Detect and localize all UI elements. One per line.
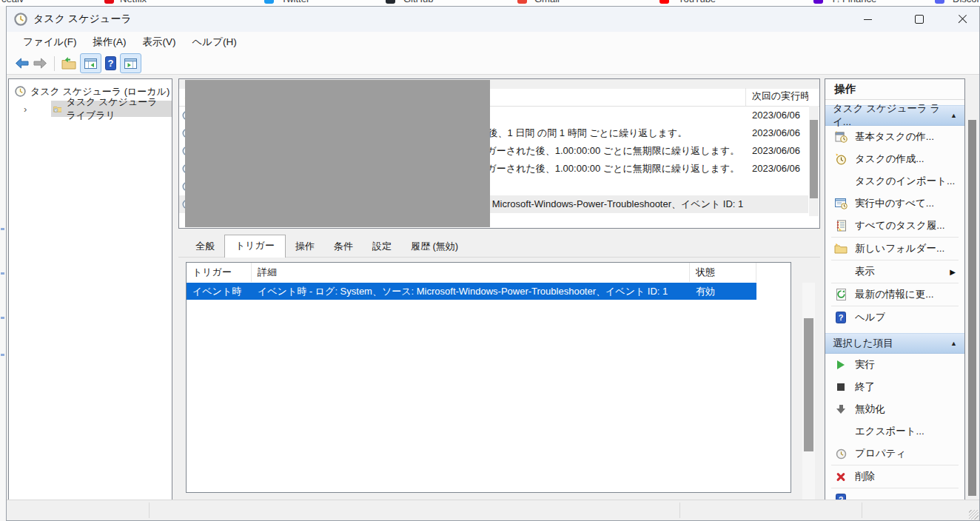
action-end[interactable]: 終了 (825, 376, 964, 398)
tab-actions[interactable]: 操作 (286, 237, 324, 257)
status-bar (7, 500, 979, 520)
maximize-icon (915, 15, 924, 24)
menu-view[interactable]: 表示(V) (135, 36, 184, 49)
tab-triggers[interactable]: トリガー (224, 235, 286, 258)
tree-item-task-scheduler-library[interactable]: タスク スケジューラ ライブラリ (51, 101, 172, 117)
menu-bar: ファイル(F) 操作(A) 表示(V) ヘルプ(H) (7, 32, 979, 53)
tab-content: トリガー 詳細 状態 イベント時 イベント時 - ログ: System、ソース:… (178, 257, 820, 500)
tree-item-label: タスク スケジューラ ライブラリ (66, 95, 167, 122)
collapse-arrow-icon[interactable]: ▲ (950, 112, 957, 119)
column-header-trigger[interactable]: トリガー (187, 263, 252, 282)
run-icon (833, 360, 848, 369)
section-header-library[interactable]: タスク スケジューラ ライ... ▲ (825, 105, 964, 126)
actions-pane: 操作 タスク スケジューラ ライ... ▲ 基本タスクの作... タスクの作成.… (825, 78, 965, 502)
menu-file[interactable]: ファイル(F) (15, 36, 85, 49)
column-header-status[interactable]: 状態 (690, 263, 756, 282)
action-label: 終了 (855, 380, 875, 394)
scrollbar-thumb[interactable] (804, 318, 813, 451)
action-label: エクスポート... (855, 425, 924, 438)
trigger-type: イベント時 (192, 283, 252, 300)
bookmark-item[interactable]: ceaiv (1, 0, 24, 4)
menu-help[interactable]: ヘルプ(H) (184, 36, 245, 49)
tab-history[interactable]: 履歴 (無効) (401, 237, 468, 257)
resize-grip[interactable] (969, 510, 979, 520)
action-label: プロパティ (855, 447, 906, 460)
action-label: 無効化 (855, 403, 885, 416)
menu-action[interactable]: 操作(A) (85, 36, 135, 49)
back-button[interactable] (13, 54, 31, 73)
bookmark-item[interactable]: Gmail (534, 0, 560, 4)
action-create-task[interactable]: タスクの作成... (825, 148, 964, 170)
tab-conditions[interactable]: 条件 (324, 237, 363, 257)
task-next-run: 2023/06/06 (752, 107, 808, 124)
column-header-detail[interactable]: 詳細 (252, 263, 690, 282)
scrollbar-thumb[interactable] (968, 120, 976, 496)
action-label: すべてのタスク履... (855, 219, 944, 232)
task-next-run (752, 178, 808, 195)
console-tree-toggle-button[interactable] (80, 53, 101, 73)
youtube-icon (660, 0, 669, 4)
action-pane-toggle-button[interactable] (120, 53, 141, 73)
action-export[interactable]: エクスポート... (825, 420, 964, 443)
help-icon: ? (105, 56, 116, 70)
action-create-basic-task[interactable]: 基本タスクの作... (825, 126, 964, 148)
action-refresh[interactable]: 最新の情報に更... (825, 283, 964, 306)
action-label: 基本タスクの作... (855, 130, 934, 144)
action-properties[interactable]: プロパティ (825, 443, 964, 465)
action-disable[interactable]: 無効化 (825, 398, 964, 420)
task-scheduler-window: タスク スケジューラ ファイル(F) 操作(A) 表示(V) ヘルプ(H) (6, 6, 980, 521)
running-tasks-icon (833, 198, 848, 209)
clock-icon (15, 86, 26, 97)
refresh-icon (833, 289, 848, 300)
action-label: タスクのインポート... (855, 175, 955, 188)
action-label: 削除 (855, 470, 875, 483)
action-delete[interactable]: 削除 (825, 465, 964, 488)
bookmark-item[interactable]: Y! Finance (830, 0, 876, 4)
forward-button[interactable] (31, 54, 50, 73)
help-button[interactable]: ? (103, 54, 118, 73)
trigger-row-selected[interactable]: イベント時 イベント時 - ログ: System、ソース: Microsoft-… (187, 283, 756, 300)
action-label: 新しいフォルダー... (855, 242, 944, 255)
bookmark-item[interactable]: GitHub (403, 0, 433, 4)
maximize-button[interactable] (902, 7, 936, 32)
background-page-sliver (0, 6, 6, 521)
folder-clock-icon (53, 104, 62, 114)
actions-pane-scrollbar[interactable] (967, 78, 978, 502)
tree-expand-chevron[interactable]: › (22, 104, 29, 115)
task-list-vertical-scrollbar[interactable] (809, 106, 819, 216)
minimize-button[interactable] (850, 7, 885, 32)
scrollbar-thumb[interactable] (185, 80, 490, 227)
bookmark-item[interactable]: Netflix (120, 0, 147, 4)
task-next-run: 2023/06/06 (752, 160, 808, 178)
console-tree-icon (84, 58, 97, 69)
caption-buttons (850, 7, 979, 32)
collapse-arrow-icon[interactable]: ▲ (950, 340, 957, 347)
task-next-run: 2023/06/06 (752, 124, 808, 142)
close-button[interactable] (945, 7, 979, 32)
trigger-detail: イベント時 - ログ: System、ソース: Microsoft-Window… (258, 283, 687, 300)
disable-icon (833, 405, 848, 414)
column-header-next-run[interactable]: 次回の実行時刻 (746, 88, 808, 106)
section-header-label: タスク スケジューラ ライ... (833, 102, 950, 129)
bookmark-item[interactable]: Twitter (281, 0, 309, 4)
scrollbar-thumb[interactable] (810, 120, 818, 198)
action-import-task[interactable]: タスクのインポート... (825, 170, 964, 192)
bookmark-item[interactable]: YouTube (678, 0, 716, 4)
tab-general[interactable]: 全般 (186, 237, 224, 257)
basic-task-icon (833, 131, 848, 143)
action-help[interactable]: ? ヘルプ (825, 306, 964, 329)
import-task-button[interactable] (59, 54, 78, 73)
bookmark-item[interactable]: Discord (953, 0, 980, 4)
action-display-running-tasks[interactable]: 実行中のすべて... (825, 192, 964, 215)
action-view[interactable]: 表示 ▶ (825, 260, 964, 283)
action-enable-all-task-history[interactable]: すべてのタスク履... (825, 215, 964, 237)
detail-tabs: 全般 トリガー 操作 条件 設定 履歴 (無効) (178, 236, 820, 257)
section-header-label: 選択した項目 (833, 337, 893, 350)
tab-settings[interactable]: 設定 (363, 237, 401, 257)
window-title: タスク スケジューラ (33, 13, 132, 26)
section-header-selected-item[interactable]: 選択した項目 ▲ (825, 333, 964, 354)
detail-vertical-scrollbar[interactable] (802, 283, 815, 512)
action-new-folder[interactable]: 新しいフォルダー... (825, 238, 964, 260)
action-run[interactable]: 実行 (825, 354, 964, 376)
task-list-panel: 名前 状態 トリガー 次回の実行時刻 MicrosoftEd... 準備完了 複… (178, 78, 820, 229)
